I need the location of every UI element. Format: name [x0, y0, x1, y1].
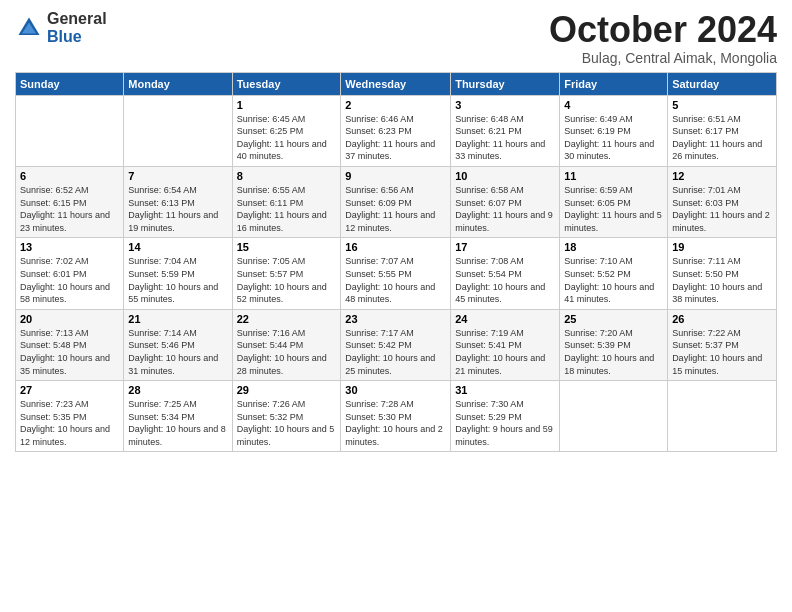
calendar-cell [124, 95, 232, 166]
day-info: Sunrise: 7:26 AM Sunset: 5:32 PM Dayligh… [237, 398, 337, 448]
day-info: Sunrise: 7:25 AM Sunset: 5:34 PM Dayligh… [128, 398, 227, 448]
day-number: 6 [20, 170, 119, 182]
day-info: Sunrise: 7:04 AM Sunset: 5:59 PM Dayligh… [128, 255, 227, 305]
day-number: 31 [455, 384, 555, 396]
day-number: 20 [20, 313, 119, 325]
day-number: 28 [128, 384, 227, 396]
day-info: Sunrise: 7:16 AM Sunset: 5:44 PM Dayligh… [237, 327, 337, 377]
calendar-cell: 10Sunrise: 6:58 AM Sunset: 6:07 PM Dayli… [451, 166, 560, 237]
day-number: 12 [672, 170, 772, 182]
day-number: 7 [128, 170, 227, 182]
weekday-row: SundayMondayTuesdayWednesdayThursdayFrid… [16, 72, 777, 95]
calendar-cell: 9Sunrise: 6:56 AM Sunset: 6:09 PM Daylig… [341, 166, 451, 237]
day-info: Sunrise: 7:02 AM Sunset: 6:01 PM Dayligh… [20, 255, 119, 305]
logo: General Blue [15, 10, 107, 45]
calendar-cell: 4Sunrise: 6:49 AM Sunset: 6:19 PM Daylig… [560, 95, 668, 166]
calendar-cell [668, 381, 777, 452]
calendar-week-row: 6Sunrise: 6:52 AM Sunset: 6:15 PM Daylig… [16, 166, 777, 237]
day-info: Sunrise: 6:46 AM Sunset: 6:23 PM Dayligh… [345, 113, 446, 163]
day-number: 5 [672, 99, 772, 111]
title-area: October 2024 Bulag, Central Aimak, Mongo… [549, 10, 777, 66]
day-number: 23 [345, 313, 446, 325]
calendar-cell: 17Sunrise: 7:08 AM Sunset: 5:54 PM Dayli… [451, 238, 560, 309]
calendar-cell: 27Sunrise: 7:23 AM Sunset: 5:35 PM Dayli… [16, 381, 124, 452]
day-info: Sunrise: 7:20 AM Sunset: 5:39 PM Dayligh… [564, 327, 663, 377]
day-number: 19 [672, 241, 772, 253]
day-info: Sunrise: 6:55 AM Sunset: 6:11 PM Dayligh… [237, 184, 337, 234]
day-info: Sunrise: 6:45 AM Sunset: 6:25 PM Dayligh… [237, 113, 337, 163]
calendar-cell: 31Sunrise: 7:30 AM Sunset: 5:29 PM Dayli… [451, 381, 560, 452]
calendar-cell: 18Sunrise: 7:10 AM Sunset: 5:52 PM Dayli… [560, 238, 668, 309]
logo-blue: Blue [47, 28, 107, 46]
day-info: Sunrise: 6:59 AM Sunset: 6:05 PM Dayligh… [564, 184, 663, 234]
day-number: 13 [20, 241, 119, 253]
calendar-cell [560, 381, 668, 452]
calendar-header: SundayMondayTuesdayWednesdayThursdayFrid… [16, 72, 777, 95]
calendar-cell: 21Sunrise: 7:14 AM Sunset: 5:46 PM Dayli… [124, 309, 232, 380]
day-number: 17 [455, 241, 555, 253]
calendar-cell: 30Sunrise: 7:28 AM Sunset: 5:30 PM Dayli… [341, 381, 451, 452]
logo-text: General Blue [47, 10, 107, 45]
calendar-cell: 25Sunrise: 7:20 AM Sunset: 5:39 PM Dayli… [560, 309, 668, 380]
day-info: Sunrise: 6:48 AM Sunset: 6:21 PM Dayligh… [455, 113, 555, 163]
day-info: Sunrise: 7:10 AM Sunset: 5:52 PM Dayligh… [564, 255, 663, 305]
calendar-cell: 23Sunrise: 7:17 AM Sunset: 5:42 PM Dayli… [341, 309, 451, 380]
day-info: Sunrise: 6:58 AM Sunset: 6:07 PM Dayligh… [455, 184, 555, 234]
calendar-cell: 5Sunrise: 6:51 AM Sunset: 6:17 PM Daylig… [668, 95, 777, 166]
day-number: 29 [237, 384, 337, 396]
day-info: Sunrise: 6:51 AM Sunset: 6:17 PM Dayligh… [672, 113, 772, 163]
day-info: Sunrise: 7:13 AM Sunset: 5:48 PM Dayligh… [20, 327, 119, 377]
day-info: Sunrise: 7:30 AM Sunset: 5:29 PM Dayligh… [455, 398, 555, 448]
calendar-cell: 3Sunrise: 6:48 AM Sunset: 6:21 PM Daylig… [451, 95, 560, 166]
weekday-header: Monday [124, 72, 232, 95]
day-number: 16 [345, 241, 446, 253]
day-number: 3 [455, 99, 555, 111]
day-number: 18 [564, 241, 663, 253]
header: General Blue October 2024 Bulag, Central… [15, 10, 777, 66]
day-number: 10 [455, 170, 555, 182]
day-number: 24 [455, 313, 555, 325]
calendar-cell: 20Sunrise: 7:13 AM Sunset: 5:48 PM Dayli… [16, 309, 124, 380]
day-info: Sunrise: 7:05 AM Sunset: 5:57 PM Dayligh… [237, 255, 337, 305]
day-info: Sunrise: 6:52 AM Sunset: 6:15 PM Dayligh… [20, 184, 119, 234]
location: Bulag, Central Aimak, Mongolia [549, 50, 777, 66]
calendar-week-row: 27Sunrise: 7:23 AM Sunset: 5:35 PM Dayli… [16, 381, 777, 452]
logo-icon [15, 14, 43, 42]
weekday-header: Tuesday [232, 72, 341, 95]
calendar-cell: 8Sunrise: 6:55 AM Sunset: 6:11 PM Daylig… [232, 166, 341, 237]
day-info: Sunrise: 7:14 AM Sunset: 5:46 PM Dayligh… [128, 327, 227, 377]
day-number: 25 [564, 313, 663, 325]
day-number: 21 [128, 313, 227, 325]
day-number: 9 [345, 170, 446, 182]
month-title: October 2024 [549, 10, 777, 50]
calendar-cell: 14Sunrise: 7:04 AM Sunset: 5:59 PM Dayli… [124, 238, 232, 309]
day-info: Sunrise: 7:28 AM Sunset: 5:30 PM Dayligh… [345, 398, 446, 448]
day-number: 2 [345, 99, 446, 111]
day-info: Sunrise: 7:08 AM Sunset: 5:54 PM Dayligh… [455, 255, 555, 305]
day-number: 14 [128, 241, 227, 253]
calendar-week-row: 1Sunrise: 6:45 AM Sunset: 6:25 PM Daylig… [16, 95, 777, 166]
day-number: 27 [20, 384, 119, 396]
calendar-cell: 29Sunrise: 7:26 AM Sunset: 5:32 PM Dayli… [232, 381, 341, 452]
day-number: 26 [672, 313, 772, 325]
day-info: Sunrise: 6:56 AM Sunset: 6:09 PM Dayligh… [345, 184, 446, 234]
calendar-cell: 22Sunrise: 7:16 AM Sunset: 5:44 PM Dayli… [232, 309, 341, 380]
day-number: 15 [237, 241, 337, 253]
day-info: Sunrise: 7:19 AM Sunset: 5:41 PM Dayligh… [455, 327, 555, 377]
calendar-body: 1Sunrise: 6:45 AM Sunset: 6:25 PM Daylig… [16, 95, 777, 452]
day-info: Sunrise: 6:54 AM Sunset: 6:13 PM Dayligh… [128, 184, 227, 234]
day-info: Sunrise: 7:22 AM Sunset: 5:37 PM Dayligh… [672, 327, 772, 377]
weekday-header: Thursday [451, 72, 560, 95]
calendar-cell: 1Sunrise: 6:45 AM Sunset: 6:25 PM Daylig… [232, 95, 341, 166]
calendar-cell: 7Sunrise: 6:54 AM Sunset: 6:13 PM Daylig… [124, 166, 232, 237]
calendar-cell: 12Sunrise: 7:01 AM Sunset: 6:03 PM Dayli… [668, 166, 777, 237]
weekday-header: Wednesday [341, 72, 451, 95]
page: General Blue October 2024 Bulag, Central… [0, 0, 792, 462]
day-number: 11 [564, 170, 663, 182]
calendar-cell: 2Sunrise: 6:46 AM Sunset: 6:23 PM Daylig… [341, 95, 451, 166]
calendar-week-row: 13Sunrise: 7:02 AM Sunset: 6:01 PM Dayli… [16, 238, 777, 309]
weekday-header: Saturday [668, 72, 777, 95]
calendar-cell: 19Sunrise: 7:11 AM Sunset: 5:50 PM Dayli… [668, 238, 777, 309]
calendar-cell: 26Sunrise: 7:22 AM Sunset: 5:37 PM Dayli… [668, 309, 777, 380]
day-info: Sunrise: 7:17 AM Sunset: 5:42 PM Dayligh… [345, 327, 446, 377]
